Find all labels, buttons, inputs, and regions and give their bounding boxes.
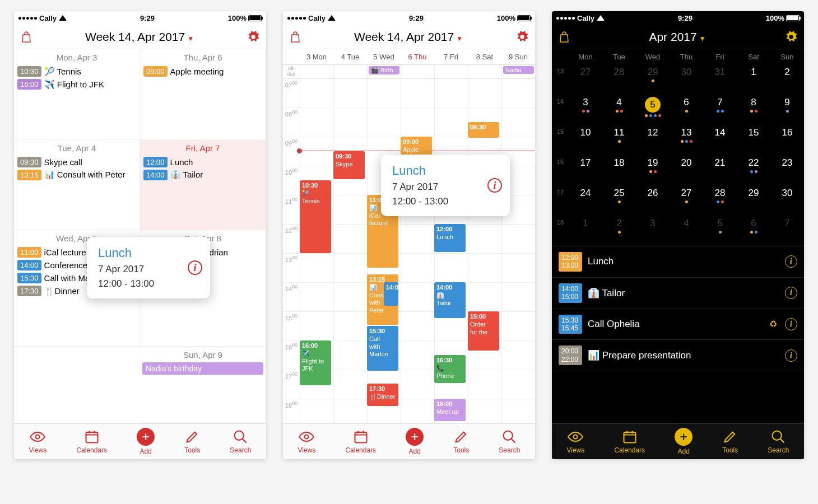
- month-day[interactable]: 28: [703, 185, 737, 216]
- month-day[interactable]: 2: [770, 64, 804, 95]
- info-icon[interactable]: i: [785, 255, 797, 268]
- tab-add[interactable]: +Add: [675, 428, 692, 455]
- month-day[interactable]: 14: [703, 125, 737, 155]
- event-row[interactable]: 09:00Apple meeting: [140, 65, 266, 78]
- week-event[interactable]: 15:30CallwithMarlon: [367, 326, 398, 371]
- day-cell[interactable]: Fri, Apr 712:00Lunch14:00👔 Tailor: [140, 140, 266, 231]
- week-event[interactable]: 16:30📞Phone: [434, 355, 466, 383]
- allday-cell[interactable]: [300, 65, 333, 78]
- info-icon[interactable]: i: [487, 178, 502, 193]
- month-day[interactable]: 3: [569, 95, 602, 125]
- month-day[interactable]: 5: [703, 216, 737, 246]
- allday-cell[interactable]: Nadia: [501, 65, 535, 78]
- tab-add[interactable]: +Add: [406, 428, 424, 455]
- day-header[interactable]: 4 Tue: [333, 49, 367, 64]
- day-header[interactable]: 8 Sat: [468, 49, 501, 64]
- month-day[interactable]: 18: [602, 155, 636, 185]
- bag-icon[interactable]: [559, 31, 570, 43]
- event-row[interactable]: 12:00Lunch: [140, 156, 266, 169]
- month-day[interactable]: 8: [737, 95, 770, 125]
- tab-views[interactable]: Views: [298, 429, 316, 454]
- week-event[interactable]: 12:00Lunch: [434, 224, 466, 252]
- month-day[interactable]: 30: [670, 64, 703, 95]
- month-day[interactable]: 15: [737, 125, 770, 155]
- event-row[interactable]: 10:30🎾 Tennis: [14, 65, 140, 78]
- gear-icon[interactable]: [247, 31, 259, 43]
- title-button[interactable]: Apr 2017▼: [570, 30, 785, 44]
- month-day[interactable]: 26: [636, 185, 670, 216]
- event-list-row[interactable]: 15:3015:45Call Ophelia♻i: [552, 309, 804, 340]
- month-day[interactable]: 6: [670, 95, 703, 125]
- bag-icon[interactable]: [21, 31, 32, 43]
- gear-icon[interactable]: [516, 31, 528, 43]
- bag-icon[interactable]: [290, 31, 301, 43]
- day-header[interactable]: 7 Fri: [434, 49, 468, 64]
- event-row[interactable]: 14:00👔 Tailor: [140, 169, 266, 181]
- month-day[interactable]: 27: [670, 185, 703, 216]
- event-popover[interactable]: Lunch 7 Apr 2017 12:00 - 13:00 i: [381, 155, 510, 216]
- allday-cell[interactable]: [401, 65, 434, 78]
- month-day[interactable]: 7: [703, 95, 737, 125]
- tab-views[interactable]: Views: [29, 429, 47, 454]
- allday-cell[interactable]: 🎬 Birth: [367, 65, 401, 78]
- month-day[interactable]: 1: [569, 216, 602, 246]
- tab-tools[interactable]: Tools: [184, 429, 200, 454]
- month-day[interactable]: 30: [770, 185, 804, 216]
- month-day[interactable]: 20: [670, 155, 703, 185]
- info-icon[interactable]: i: [785, 287, 797, 299]
- month-day[interactable]: 2: [602, 216, 636, 246]
- allday-cell[interactable]: [333, 65, 367, 78]
- event-list-row[interactable]: 14:0015:00👔 Tailori: [552, 278, 804, 309]
- month-day[interactable]: 3: [636, 216, 670, 246]
- tab-calendars[interactable]: Calendars: [76, 429, 107, 454]
- month-day[interactable]: 28: [602, 64, 636, 95]
- week-event[interactable]: 16:00✈️Flight toJFK: [300, 340, 331, 385]
- event-list-row[interactable]: 12:0013:00Lunchi: [552, 246, 804, 278]
- week-event[interactable]: 08:30: [468, 122, 499, 138]
- info-icon[interactable]: i: [785, 318, 797, 330]
- day-cell[interactable]: Tue, Apr 409:30Skype call13:15📊 Consult …: [14, 140, 140, 231]
- month-day[interactable]: 5: [636, 95, 670, 125]
- week-event[interactable]: 14:00: [384, 282, 398, 306]
- week-event[interactable]: 09:30Skype: [333, 151, 365, 179]
- month-day[interactable]: 9: [770, 95, 804, 125]
- gear-icon[interactable]: [785, 31, 797, 43]
- month-day[interactable]: 29: [737, 185, 770, 216]
- tab-views[interactable]: Views: [567, 429, 585, 454]
- tab-calendars[interactable]: Calendars: [614, 429, 645, 454]
- day-cell[interactable]: Mon, Apr 310:30🎾 Tennis16:00✈️ Flight to…: [14, 49, 140, 140]
- month-day[interactable]: 12: [636, 125, 670, 155]
- event-list-row[interactable]: 20:0022:00📊 Prepare presentationi: [552, 340, 804, 371]
- allday-cell[interactable]: [434, 65, 468, 78]
- day-header[interactable]: 9 Sun: [501, 49, 535, 64]
- event-popover[interactable]: Lunch 7 Apr 2017 12:00 - 13:00 i: [87, 237, 210, 298]
- month-day[interactable]: 13: [670, 125, 703, 155]
- day-cell[interactable]: Sun, Apr 9Nadia's birthday: [140, 347, 266, 424]
- tab-add[interactable]: +Add: [137, 428, 155, 455]
- month-day[interactable]: 31: [703, 64, 737, 95]
- month-day[interactable]: 19: [636, 155, 670, 185]
- event-row[interactable]: 13:15📊 Consult with Peter: [14, 169, 140, 181]
- title-button[interactable]: Week 14, Apr 2017▼: [301, 30, 516, 44]
- allday-cell[interactable]: [468, 65, 501, 78]
- month-day[interactable]: 16: [770, 125, 804, 155]
- tab-search[interactable]: Search: [499, 429, 520, 454]
- month-day[interactable]: 25: [602, 185, 636, 216]
- day-cell[interactable]: Thu, Apr 609:00Apple meeting: [140, 49, 266, 140]
- month-day[interactable]: 6: [737, 216, 770, 246]
- tab-tools[interactable]: Tools: [453, 429, 469, 454]
- week-event[interactable]: 17:30🍴Dinner: [367, 384, 398, 406]
- month-day[interactable]: 1: [737, 64, 770, 95]
- tab-calendars[interactable]: Calendars: [345, 429, 376, 454]
- month-day[interactable]: 4: [670, 216, 703, 246]
- month-day[interactable]: 4: [602, 95, 636, 125]
- month-day[interactable]: 27: [569, 64, 602, 95]
- tab-tools[interactable]: Tools: [722, 429, 738, 454]
- week-event[interactable]: 10:30🎾Tennis: [300, 180, 331, 253]
- info-icon[interactable]: i: [785, 349, 797, 362]
- title-button[interactable]: Week 14, Apr 2017▼: [32, 30, 247, 44]
- week-event[interactable]: 14:00👔Tailor: [434, 282, 466, 318]
- month-day[interactable]: 29: [636, 64, 670, 95]
- month-day[interactable]: 11: [602, 125, 636, 155]
- week-event[interactable]: 15:00Orderfor the: [468, 311, 499, 351]
